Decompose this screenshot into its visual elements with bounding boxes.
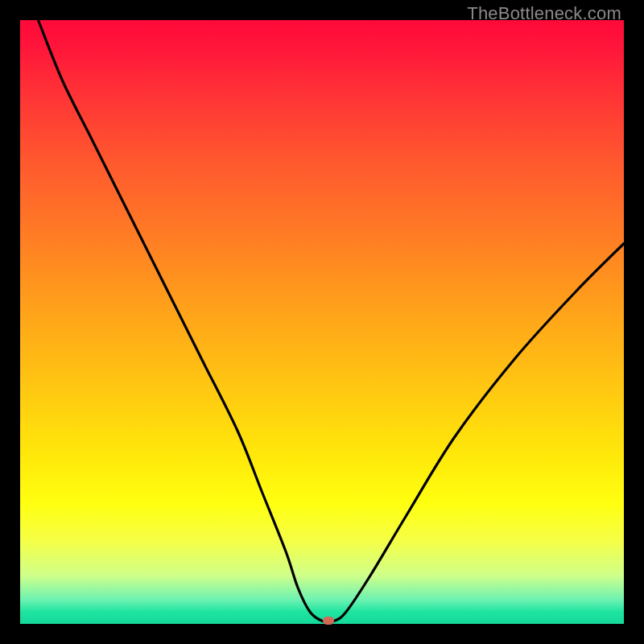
optimal-point-marker [323,617,334,625]
bottleneck-curve [20,20,624,624]
chart-frame: TheBottleneck.com [0,0,644,644]
plot-area [20,20,624,624]
